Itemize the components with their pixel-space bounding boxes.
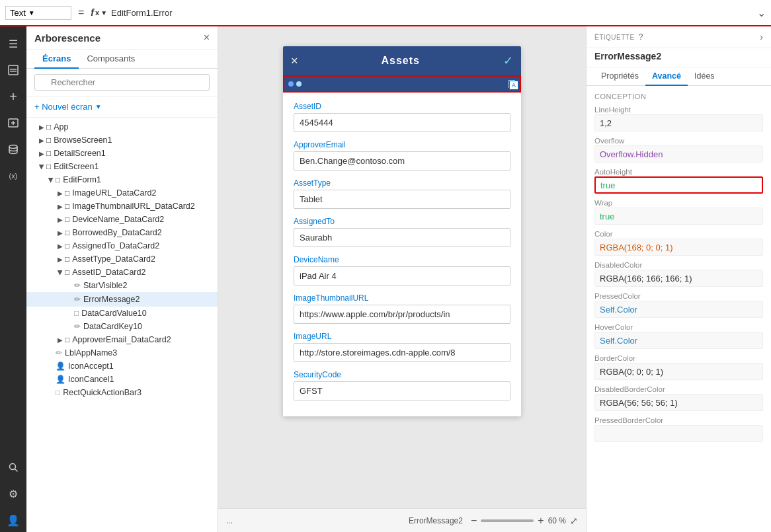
app-icon: □ [46, 122, 51, 132]
expand-canvas-icon[interactable]: ⤢ [570, 515, 578, 526]
star-icon: ✏ [74, 281, 81, 290]
prop-value-autoheight[interactable]: true [594, 176, 763, 194]
tab-components[interactable]: Composants [79, 50, 143, 69]
props-question-icon[interactable]: ? [639, 32, 643, 42]
tab-screens[interactable]: Écrans [34, 50, 79, 69]
tree-item-browsescreen1[interactable]: ▶ □ BrowseScreen1 [26, 133, 218, 147]
account-icon[interactable]: 👤 [1, 508, 25, 532]
field-label-securitycode: SecurityCode [294, 370, 510, 379]
prop-value-wrap[interactable]: true [594, 208, 763, 225]
variables-icon[interactable]: (x) [1, 164, 25, 188]
tree-item-datacardkey10[interactable]: ✏ DataCardKey10 [26, 320, 218, 333]
tree-item-devicename-datacard2[interactable]: ▶ □ DeviceName_DataCard2 [26, 213, 218, 226]
detail-label: DetailScreen1 [54, 149, 212, 158]
prop-label-color: Color [594, 230, 763, 238]
browse-label: BrowseScreen1 [54, 135, 212, 145]
hamburger-icon[interactable]: ☰ [1, 32, 25, 56]
fx-button[interactable]: f x ▼ [91, 7, 107, 18]
tree-close-icon[interactable]: × [204, 32, 210, 44]
field-input-assetid[interactable] [294, 113, 510, 132]
tree-content: ▶ □ App ▶ □ BrowseScreen1 ▶ □ DetailScre… [26, 118, 218, 532]
prop-value-pressedbordercolor[interactable] [594, 425, 763, 442]
tree-item-borrowedby-datacard2[interactable]: ▶ □ BorrowedBy_DataCard2 [26, 226, 218, 239]
zoom-plus-button[interactable]: + [538, 515, 544, 527]
tree-item-lblappname3[interactable]: ✏ LblAppName3 [26, 346, 218, 360]
zoom-slider[interactable] [481, 519, 534, 522]
form-field-assettype: AssetType [294, 178, 510, 209]
prop-value-disabledbordercolor[interactable]: RGBA(56; 56; 56; 1) [594, 394, 763, 411]
zoom-minus-button[interactable]: − [471, 515, 477, 527]
field-input-imagethumbnailurl[interactable] [294, 305, 510, 324]
tree-item-assettype-datacard2[interactable]: ▶ □ AssetType_DataCard2 [26, 252, 218, 266]
tree-item-imageurl-datacard2[interactable]: ▶ □ ImageURL_DataCard2 [26, 186, 218, 200]
tree-item-iconcancel1[interactable]: 👤 IconCancel1 [26, 373, 218, 386]
tree-item-iconaccept1[interactable]: 👤 IconAccept1 [26, 360, 218, 373]
prop-value-pressedcolor[interactable]: Self.Color [594, 301, 763, 318]
tree-search-input[interactable] [34, 74, 210, 91]
tree-tabs: Écrans Composants [26, 50, 218, 69]
prop-value-hovercolor[interactable]: Self.Color [594, 332, 763, 349]
rect-icon: □ [56, 388, 60, 397]
new-screen-chevron-icon: ▼ [95, 103, 102, 110]
prop-value-lineheight[interactable]: 1,2 [594, 114, 763, 132]
field-input-assignedto[interactable] [294, 228, 510, 247]
field-label-approveremail: ApproverEmail [294, 140, 510, 149]
field-input-assettype[interactable] [294, 190, 510, 209]
tree-item-editscreen1[interactable]: ▶ □ EditScreen1 [26, 160, 218, 173]
tree-item-approveremail-datacard2[interactable]: ▶ □ ApproverEmail_DataCard2 [26, 333, 218, 346]
prop-row-disabledbordercolor: DisabledBorderColor RGBA(56; 56; 56; 1) [587, 383, 771, 414]
expand-icon-assignedto: ▶ [56, 243, 65, 250]
tree-item-errormessage2[interactable]: ✏ ErrorMessage2 ··· [26, 292, 218, 307]
tree-item-assetid-datacard2[interactable]: ▶ □ AssetID_DataCard2 [26, 266, 218, 279]
assetid-label: AssetID_DataCard2 [72, 268, 212, 277]
plus-icon[interactable]: + [1, 85, 25, 108]
props-chevron-icon[interactable]: › [760, 32, 763, 42]
tree-item-assignedto-datacard2[interactable]: ▶ □ AssignedTo_DataCard2 [26, 239, 218, 252]
form-confirm-icon[interactable]: ✓ [503, 54, 513, 68]
error-resize-handle[interactable]: A [509, 81, 518, 90]
prop-value-disabledcolor[interactable]: RGBA(166; 166; 166; 1) [594, 270, 763, 287]
form-header: × Assets ✓ [283, 46, 521, 75]
devicename-icon: □ [65, 215, 69, 224]
props-tab-ideas[interactable]: Idées [688, 67, 721, 86]
formula-input[interactable] [111, 8, 753, 18]
field-label-assetid: AssetID [294, 102, 510, 111]
dcv10-icon: □ [74, 309, 79, 318]
prop-label-disabledbordercolor: DisabledBorderColor [594, 385, 763, 393]
bottom-ellipsis[interactable]: ... [226, 516, 233, 525]
expand-icon-approveremail: ▶ [56, 336, 65, 344]
prop-row-hovercolor: HoverColor Self.Color [587, 321, 771, 352]
approveremail-label: ApproverEmail_DataCard2 [72, 335, 212, 344]
form-close-icon[interactable]: × [291, 54, 298, 68]
expand-icon-assetid: ▶ [57, 268, 64, 277]
prop-value-overflow[interactable]: Overflow.Hidden [594, 145, 763, 163]
data-icon[interactable] [1, 137, 25, 161]
tree-item-rectquickactionbar3[interactable]: □ RectQuickActionBar3 [26, 386, 218, 399]
props-tab-advanced[interactable]: Avancé [645, 67, 688, 86]
svg-rect-0 [9, 65, 18, 75]
field-input-imageurl[interactable] [294, 343, 510, 362]
prop-label-pressedbordercolor: PressedBorderColor [594, 416, 763, 424]
prop-value-color[interactable]: RGBA(168; 0; 0; 1) [594, 239, 763, 256]
tree-item-app[interactable]: ▶ □ App [26, 120, 218, 133]
new-screen-button[interactable]: + Nouvel écran ▼ [34, 99, 210, 114]
detail-icon: □ [46, 149, 51, 158]
formula-type-selector[interactable]: Text ▼ [5, 6, 71, 20]
field-input-approveremail[interactable] [294, 151, 510, 171]
tree-item-starvisible2[interactable]: ✏ StarVisible2 [26, 279, 218, 292]
search-icon[interactable] [1, 455, 25, 479]
insert-icon[interactable] [1, 111, 25, 135]
tree-item-editform1[interactable]: ▶ □ EditForm1 [26, 173, 218, 186]
field-input-securitycode[interactable] [294, 381, 510, 400]
settings-icon[interactable]: ⚙ [1, 482, 25, 506]
tree-item-detailscreen1[interactable]: ▶ □ DetailScreen1 [26, 147, 218, 160]
tree-item-imagethumbnailurl-datacard2[interactable]: ▶ □ ImageThumbnailURL_DataCard2 [26, 200, 218, 213]
tree-item-datacardvalue10[interactable]: □ DataCardValue10 [26, 307, 218, 320]
layers-icon[interactable] [1, 58, 25, 82]
prop-label-bordercolor: BorderColor [594, 354, 763, 362]
formula-bar-expand-icon[interactable]: ⌄ [757, 7, 766, 19]
prop-value-bordercolor[interactable]: RGBA(0; 0; 0; 1) [594, 363, 763, 380]
props-tab-properties[interactable]: Propriétés [594, 67, 645, 86]
lbl-label: LblAppName3 [65, 348, 212, 358]
field-input-devicename[interactable] [294, 266, 510, 285]
